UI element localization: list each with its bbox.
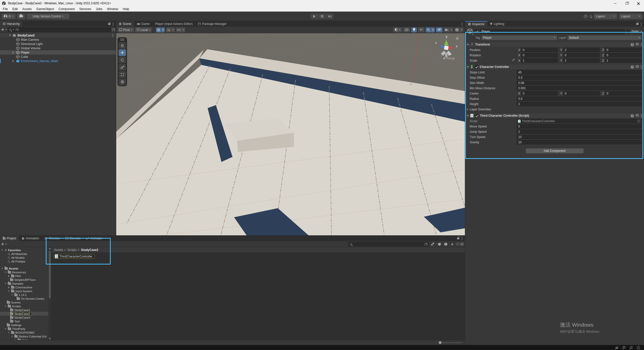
slider-knob[interactable]: [439, 341, 441, 344]
center-z-field[interactable]: 0: [605, 91, 641, 96]
pause-button[interactable]: [318, 14, 326, 19]
chevron-down-icon[interactable]: [183, 29, 184, 30]
version-control-dropdown[interactable]: Unity Version Control: [27, 14, 69, 19]
object-picker-icon[interactable]: [637, 120, 640, 122]
chevron-down-icon[interactable]: [5, 244, 7, 245]
turn-speed-field[interactable]: 10: [517, 135, 641, 139]
chevron-down-icon[interactable]: [172, 29, 174, 30]
hierarchy-search-input[interactable]: All: [8, 27, 111, 32]
center-x-field[interactable]: 0: [521, 91, 558, 96]
pivot-dropdown[interactable]: Pivot: [118, 27, 134, 32]
scene-viewport[interactable]: y x z Persp: [116, 33, 465, 235]
component-enabled-checkbox[interactable]: [475, 65, 478, 69]
tree-studycase1[interactable]: StudyCase1: [0, 308, 51, 312]
foldout-open-icon[interactable]: [467, 115, 469, 116]
layer-overrides-foldout[interactable]: Layer Overrides: [465, 107, 644, 112]
skin-width-field[interactable]: 0.08: [517, 81, 641, 85]
chevron-down-icon[interactable]: [5, 29, 7, 30]
tab-package-manager[interactable]: Package Manager: [195, 21, 229, 27]
cloud-button[interactable]: [17, 14, 25, 19]
search-by-label-icon[interactable]: [436, 242, 442, 246]
rotate-tool-button[interactable]: [118, 57, 126, 63]
scale-z-field[interactable]: 1: [605, 58, 641, 63]
drag-handle-icon[interactable]: [120, 39, 124, 40]
menu-services[interactable]: Services: [77, 7, 94, 11]
chevron-down-icon[interactable]: [461, 29, 462, 30]
tree-input-system[interactable]: Input System: [0, 289, 51, 293]
tree-scripts[interactable]: Scripts: [0, 304, 51, 308]
tree-thirdparty[interactable]: ThirdParty: [0, 327, 51, 331]
scroll-down-icon[interactable]: [49, 338, 51, 339]
step-button[interactable]: [326, 14, 334, 19]
gizmo-axis-y-label[interactable]: y: [446, 35, 448, 38]
center-y-field[interactable]: 0: [563, 91, 600, 96]
open-new-window-icon[interactable]: [112, 28, 115, 31]
lock-icon[interactable]: [108, 23, 110, 25]
chevron-down-icon[interactable]: [162, 29, 164, 30]
shading-mode-dropdown[interactable]: [393, 27, 402, 32]
kebab-menu-icon[interactable]: [641, 115, 642, 116]
height-field[interactable]: 2: [517, 102, 641, 106]
increment-snap-dropdown[interactable]: [166, 27, 175, 32]
tree-resources[interactable]: Resources: [0, 270, 51, 274]
tree-boxophobic[interactable]: BOXOPHOBIC: [0, 331, 51, 334]
rect-tool-button[interactable]: [118, 71, 126, 78]
create-add-icon[interactable]: [1, 243, 4, 245]
presets-icon[interactable]: [636, 43, 639, 46]
kebab-menu-icon[interactable]: [462, 24, 462, 24]
gizmo-axis-x-label[interactable]: x: [456, 44, 458, 48]
restore-button[interactable]: [621, 0, 632, 7]
thumbnail-zoom-slider[interactable]: [439, 342, 462, 343]
tree-scenes[interactable]: Scenes: [0, 300, 51, 304]
presets-icon[interactable]: [636, 65, 639, 69]
scale-tool-button[interactable]: [118, 64, 126, 71]
tab-hierarchy[interactable]: Hierarchy: [0, 21, 22, 27]
scale-y-field[interactable]: 1: [563, 58, 600, 63]
help-icon[interactable]: ?: [631, 114, 634, 117]
tree-scrollbar[interactable]: [48, 247, 51, 340]
chevron-down-icon[interactable]: [451, 29, 452, 30]
tree-studycase3[interactable]: StudyCase3: [0, 316, 51, 319]
scene-visibility-toggle[interactable]: [436, 27, 442, 32]
search-icon[interactable]: [589, 15, 592, 18]
tree-studycase2[interactable]: StudyCase2: [0, 312, 51, 316]
undo-history-icon[interactable]: [584, 15, 587, 18]
hidden-items-indicator[interactable]: 22: [456, 242, 464, 246]
kebab-menu-icon[interactable]: [641, 67, 642, 67]
scrollbar-thumb[interactable]: [49, 251, 51, 298]
tab-lighting[interactable]: Lighting: [487, 21, 507, 27]
search-by-import-log-icon[interactable]: [443, 242, 449, 246]
foldout-open-icon[interactable]: [9, 35, 11, 36]
radius-field[interactable]: 0.5: [517, 97, 641, 101]
layers-dropdown[interactable]: Layers: [594, 14, 617, 19]
lock-icon[interactable]: [636, 23, 638, 25]
position-z-field[interactable]: 0: [605, 48, 641, 52]
tree-all-prefabs[interactable]: All Prefabs: [0, 259, 51, 263]
close-button[interactable]: [632, 0, 644, 7]
add-component-button[interactable]: Add Component: [526, 148, 584, 154]
transform-tool-button[interactable]: [118, 78, 126, 85]
camera-dropdown[interactable]: [444, 27, 453, 32]
favorites-star-icon[interactable]: ★: [450, 242, 455, 246]
tab-player-input-actions[interactable]: Player (Input Actions Editor): [152, 21, 195, 27]
breadcrumb-studycase2[interactable]: StudyCase2: [81, 248, 98, 252]
check-circle-icon[interactable]: [637, 346, 640, 349]
perspective-toggle[interactable]: Persp: [443, 56, 455, 60]
tab-animator[interactable]: Animator: [84, 236, 105, 241]
gravity-field[interactable]: 10: [517, 140, 641, 144]
tree-test[interactable]: Test: [0, 319, 51, 323]
tab-inspector[interactable]: Inspector: [465, 21, 487, 27]
tab-project[interactable]: Project: [0, 236, 19, 241]
tree-fbx[interactable]: FBX: [0, 274, 51, 278]
help-icon[interactable]: ?: [631, 43, 634, 46]
tree-all-materials[interactable]: All Materials: [0, 252, 51, 256]
account-dropdown[interactable]: G: [2, 14, 16, 19]
tag-dropdown[interactable]: Player: [481, 35, 557, 40]
jump-speed-field[interactable]: 2: [517, 129, 641, 134]
2d-toggle[interactable]: 2D: [403, 27, 410, 32]
presets-icon[interactable]: [636, 114, 639, 117]
link-broken-icon[interactable]: [512, 59, 515, 62]
tab-scene[interactable]: Scene: [116, 21, 134, 27]
tree-core[interactable]: Core: [0, 338, 51, 340]
local-dropdown[interactable]: Local: [135, 27, 152, 32]
